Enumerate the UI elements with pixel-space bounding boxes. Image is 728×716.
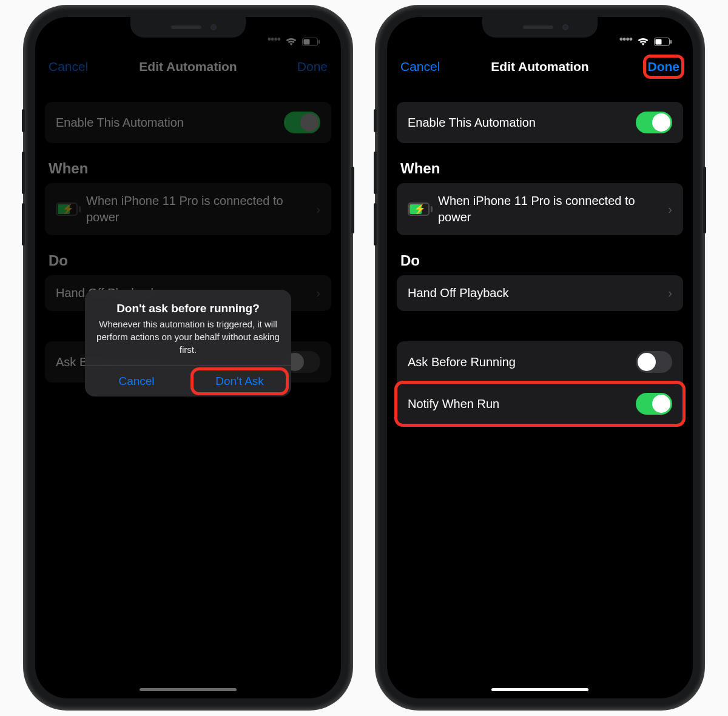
svg-rect-5 (656, 39, 662, 45)
enable-automation-label: Enable This Automation (408, 115, 636, 131)
side-silence-switch (22, 109, 25, 132)
enable-automation-row[interactable]: Enable This Automation (397, 102, 683, 143)
notify-when-run-row[interactable]: Notify When Run (397, 383, 683, 424)
wifi-icon (637, 38, 649, 46)
enable-automation-toggle[interactable] (636, 112, 672, 133)
alert-cancel-button[interactable]: Cancel (85, 366, 188, 396)
battery-icon (654, 38, 672, 46)
cellular-dots-icon: •••• (619, 33, 632, 46)
do-action-row[interactable]: Hand Off Playback › (397, 275, 683, 311)
alert-message: Whenever this automation is triggered, i… (96, 318, 280, 356)
chevron-right-icon: › (668, 202, 672, 216)
notify-when-run-label: Notify When Run (408, 396, 636, 412)
side-power-button (351, 167, 354, 233)
home-indicator[interactable] (491, 688, 588, 691)
do-action-label: Hand Off Playback (408, 285, 668, 301)
screen: •••• Cancel Edit Automation Done Enable … (35, 17, 341, 698)
alert-title: Don't ask before running? (96, 302, 280, 315)
done-button[interactable]: Done (648, 59, 680, 74)
alert-dont-ask-button[interactable]: Don't Ask (188, 366, 291, 396)
notify-when-run-toggle[interactable] (636, 393, 672, 415)
ask-before-running-label: Ask Before Running (408, 354, 636, 370)
do-header: Do (397, 252, 683, 275)
notch (130, 17, 246, 38)
when-trigger-row[interactable]: ⚡ When iPhone 11 Pro is connected to pow… (397, 183, 683, 235)
side-volume-down (374, 203, 377, 246)
side-volume-up (374, 152, 377, 194)
svg-rect-4 (670, 40, 672, 44)
ask-before-running-row[interactable]: Ask Before Running (397, 341, 683, 383)
ask-before-running-toggle[interactable] (636, 351, 672, 373)
confirmation-alert: Don't ask before running? Whenever this … (85, 290, 291, 396)
cancel-button[interactable]: Cancel (400, 59, 440, 74)
phone-left: •••• Cancel Edit Automation Done Enable … (24, 6, 352, 709)
side-volume-up (22, 152, 25, 194)
charging-icon: ⚡ (408, 202, 430, 216)
when-trigger-label: When iPhone 11 Pro is connected to power (438, 193, 668, 226)
chevron-right-icon: › (668, 286, 672, 300)
navbar: Cancel Edit Automation Done (387, 49, 693, 85)
when-header: When (397, 160, 683, 183)
screen: •••• Cancel Edit Automation Done Enable … (387, 17, 693, 698)
side-silence-switch (374, 109, 377, 132)
page-title: Edit Automation (491, 59, 588, 74)
notch (482, 17, 598, 38)
side-power-button (703, 167, 706, 233)
phone-right: •••• Cancel Edit Automation Done Enable … (376, 6, 704, 709)
side-volume-down (22, 203, 25, 246)
